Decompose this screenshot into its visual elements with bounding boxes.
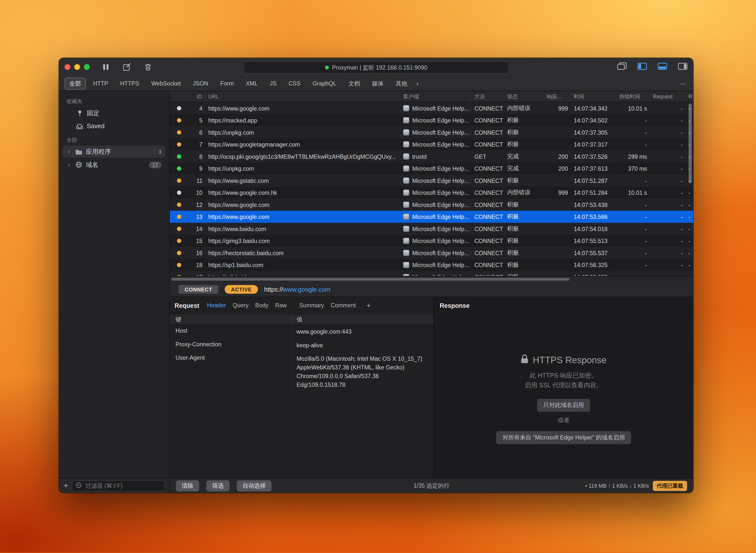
https-response-heading: HTTPS Response: [533, 355, 606, 366]
filter-tab[interactable]: WebSocket: [147, 78, 186, 89]
value-column-header[interactable]: 值: [291, 316, 434, 323]
filter-field[interactable]: [72, 480, 165, 491]
add-filter-button[interactable]: +: [64, 482, 68, 489]
minimize-button[interactable]: [74, 64, 80, 70]
request-row[interactable]: 14https://www.baidu.comMicrosoft Edge He…: [170, 223, 693, 235]
request-tab-query[interactable]: Query: [233, 302, 248, 309]
panel-toggles: [617, 62, 687, 72]
status-dot-icon: [177, 190, 181, 195]
request-tab-comment[interactable]: Comment: [331, 302, 356, 309]
filter-button[interactable]: 筛选: [206, 480, 230, 491]
column-header-method[interactable]: 方法: [472, 93, 504, 100]
filter-tab[interactable]: HTTPS: [115, 78, 144, 89]
sidebar-item-domains[interactable]: › 域名 17: [63, 159, 165, 171]
close-button[interactable]: [65, 64, 70, 70]
column-header-response[interactable]: 响应...: [544, 93, 571, 100]
chevron-right-icon[interactable]: ›: [67, 148, 71, 155]
toggle-sidebar-icon[interactable]: [637, 62, 647, 72]
filter-tab[interactable]: Form: [215, 78, 238, 89]
column-header-url[interactable]: URL: [205, 93, 400, 100]
column-header-id[interactable]: ID: [188, 93, 205, 100]
column-header-request[interactable]: Request: [650, 93, 686, 100]
horizontal-scrollbar[interactable]: [171, 278, 570, 281]
filter-tab[interactable]: 其他: [391, 78, 412, 90]
cell-request: -: [650, 213, 686, 220]
auto-select-button[interactable]: 自动选择: [237, 480, 271, 491]
filter-tab[interactable]: GraphQL: [308, 78, 341, 89]
header-row[interactable]: Proxy-Connectionkeep-alive: [170, 339, 433, 352]
column-header-client[interactable]: 客户端: [400, 93, 472, 100]
cell-duration: -: [616, 237, 650, 244]
enable-ssl-domain-button[interactable]: 只对此域名启用: [537, 399, 590, 412]
column-header-status[interactable]: 状态: [504, 93, 544, 100]
request-tab-body[interactable]: Body: [255, 302, 268, 309]
vertical-scrollbar[interactable]: [688, 103, 692, 183]
filter-tab[interactable]: JSON: [188, 78, 213, 89]
more-options-button[interactable]: ⋯: [678, 79, 687, 88]
toggle-right-panel-icon[interactable]: [678, 62, 687, 72]
cell-status: 积极: [504, 177, 544, 185]
compose-button[interactable]: [119, 61, 134, 73]
request-row[interactable]: 16https://hectorstatic.baidu.comMicrosof…: [170, 247, 693, 259]
filter-input[interactable]: [84, 482, 161, 489]
header-value: keep-alive: [291, 339, 434, 352]
status-dot-icon: [177, 130, 181, 134]
client-app-icon: [403, 117, 409, 124]
request-tab-raw[interactable]: Raw: [275, 302, 287, 309]
add-tab-button[interactable]: +: [366, 301, 371, 309]
filter-tab[interactable]: CSS: [284, 78, 306, 89]
request-row[interactable]: 13https://www.google.comMicrosoft Edge H…: [170, 211, 693, 223]
request-row[interactable]: 18https://sp1.baidu.comMicrosoft Edge He…: [170, 259, 693, 271]
cell-client: Microsoft Edge Help...: [400, 177, 472, 184]
sidebar-item-applications[interactable]: › 应用程序 3: [63, 146, 165, 158]
sidebar-item-pinned[interactable]: 固定: [63, 107, 165, 119]
filter-tab[interactable]: XML: [241, 78, 262, 89]
window-chrome: Proxyman | 监听 192.168.0.151:9090: [59, 58, 693, 91]
column-header-duration[interactable]: 持续时间: [616, 93, 650, 100]
cell-id: 7: [188, 141, 205, 148]
enable-ssl-all-button[interactable]: 对所有来自 "Microsoft Edge Helper" 的域名启用: [496, 431, 631, 444]
cell-time: 14:07:34.502: [571, 117, 616, 124]
column-header-time[interactable]: 时间: [571, 93, 616, 100]
chevron-right-icon[interactable]: ›: [67, 161, 71, 168]
request-row[interactable]: 8http://ocsp.pki.goog/gts1c3/ME8wTTBLMEk…: [170, 151, 693, 163]
request-row[interactable]: 11https://www.gstatic.comMicrosoft Edge …: [170, 175, 693, 187]
sidebar-item-saved[interactable]: Saved: [63, 120, 165, 132]
filter-tab[interactable]: 文档: [343, 78, 364, 90]
pause-capture-button[interactable]: [98, 61, 113, 73]
filter-tab[interactable]: JS: [265, 78, 281, 89]
column-header-r[interactable]: R: [686, 93, 693, 100]
filter-tab[interactable]: HTTP: [88, 78, 113, 89]
request-row[interactable]: 7https://www.googletagmanager.comMicroso…: [170, 138, 693, 151]
filter-tab[interactable]: 全部: [65, 78, 86, 90]
fullscreen-button[interactable]: [84, 64, 90, 70]
request-tab-summary[interactable]: Summary: [299, 302, 324, 309]
url-scheme: https://: [264, 286, 283, 293]
cell-client: Microsoft Edge Help...: [400, 129, 472, 136]
request-tabs: HeaderQueryBodyRawSummaryComment: [207, 302, 356, 309]
tab-overview-icon[interactable]: [617, 62, 627, 72]
tabs-overflow-chevron-icon[interactable]: ›: [415, 79, 421, 87]
cell-id: 12: [188, 201, 205, 208]
https-encrypted-notice: HTTPS Response 此 HTTPS 响应已加密。 启用 SSL 代理以…: [434, 354, 693, 445]
trash-button[interactable]: [141, 61, 155, 73]
request-row[interactable]: 6https://unpkg.comMicrosoft Edge Help...…: [170, 127, 693, 139]
proxy-reloaded-badge[interactable]: 代理已重载: [653, 481, 687, 491]
key-column-header[interactable]: 键: [170, 315, 291, 323]
request-row[interactable]: 12https://www.google.comMicrosoft Edge H…: [170, 199, 693, 211]
request-row[interactable]: 5https://macked.appMicrosoft Edge Help..…: [170, 114, 693, 127]
request-tab-header[interactable]: Header: [207, 302, 226, 309]
url-host-link[interactable]: www.google.com: [283, 286, 331, 293]
applications-label: 应用程序: [86, 147, 111, 156]
request-row[interactable]: 9https://unpkg.comMicrosoft Edge Help...…: [170, 162, 693, 175]
header-row[interactable]: Hostwww.google.com:443: [170, 325, 433, 338]
clear-button[interactable]: 清除: [176, 480, 199, 491]
header-row[interactable]: User-AgentMozilla/5.0 (Macintosh; Intel …: [170, 352, 433, 392]
request-row[interactable]: 15https://gimg3.baidu.comMicrosoft Edge …: [170, 235, 693, 247]
request-row[interactable]: 10https://www.google.com.hkMicrosoft Edg…: [170, 186, 693, 199]
filter-tab[interactable]: 媒体: [367, 78, 389, 90]
header-key: Proxy-Connection: [170, 339, 291, 352]
toggle-bottom-panel-icon[interactable]: [658, 62, 667, 72]
request-row[interactable]: 4https://www.google.comMicrosoft Edge He…: [170, 102, 693, 114]
status-dot-icon: [177, 251, 181, 255]
